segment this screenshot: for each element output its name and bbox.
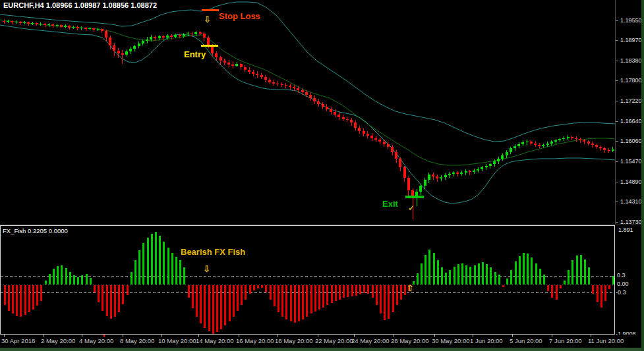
candle-body <box>11 21 13 22</box>
fx-fish-bar <box>86 274 88 284</box>
candle-body <box>72 27 74 28</box>
candle-body <box>309 95 312 98</box>
fx-fish-bar <box>331 285 333 303</box>
fx-fish-bar <box>151 234 153 284</box>
stop-loss-dash[interactable] <box>202 9 219 11</box>
candle-body <box>517 144 520 146</box>
fx-fish-bar <box>498 275 500 284</box>
fx-fish-bar <box>502 285 504 287</box>
fx-fish-bar <box>290 285 292 321</box>
candle-body <box>240 64 243 67</box>
fx-fish-bar <box>580 255 582 284</box>
fx-fish-histogram[interactable] <box>1 226 614 334</box>
fx-fish-bar <box>65 268 67 284</box>
fx-fish-bar <box>90 278 92 284</box>
time-axis-tick <box>552 335 552 337</box>
fx-fish-bar <box>428 250 430 284</box>
candle-body <box>473 171 475 172</box>
candle-body <box>346 119 349 120</box>
price-axis-label: 1.16060 <box>620 138 642 144</box>
candle-body <box>452 173 455 174</box>
fx-fish-bar <box>155 232 157 284</box>
indicator-upper-level-label: 0.3 <box>617 272 626 279</box>
fx-fish-bar <box>49 274 51 284</box>
candle-body <box>374 138 377 140</box>
candle-body <box>84 28 87 30</box>
fx-fish-bar <box>396 285 398 305</box>
candle-body <box>391 147 394 152</box>
candle-body <box>252 72 254 74</box>
candle-body <box>612 149 614 151</box>
bearish-fx-fish-label[interactable]: Bearish FX Fish <box>181 247 245 257</box>
candle-body <box>179 35 181 36</box>
candle-body <box>51 24 54 26</box>
candle-body <box>334 112 336 115</box>
candle-body <box>146 40 148 41</box>
candle-body <box>19 22 22 24</box>
candle-body <box>68 26 71 28</box>
time-axis-tick <box>591 335 591 337</box>
fx-fish-bar <box>400 285 402 300</box>
candle-body <box>199 32 202 34</box>
candle-body <box>554 140 557 142</box>
fx-fish-bar <box>12 285 14 313</box>
fx-fish-bar <box>388 285 390 319</box>
fx-fish-bar <box>486 264 488 284</box>
candle-body <box>370 136 373 138</box>
fx-fish-bar <box>465 265 467 284</box>
time-axis-label: 2 May 20:00 <box>41 337 75 344</box>
fx-fish-bar <box>343 285 345 298</box>
fx-fish-bar <box>441 267 443 284</box>
exit-label[interactable]: Exit <box>382 199 398 209</box>
candle-body <box>88 28 91 30</box>
fx-fish-bar <box>539 269 541 284</box>
fx-fish-bar <box>597 285 599 302</box>
entry-dash[interactable] <box>201 45 218 47</box>
candle-body <box>387 144 390 147</box>
candle-body <box>497 159 500 161</box>
price-axis-label: 1.14310 <box>620 198 642 205</box>
fx-fish-bar <box>45 281 47 284</box>
exit-check-icon[interactable]: ✓ <box>408 203 415 213</box>
candle-body <box>567 137 570 138</box>
fx-fish-bar <box>322 285 324 308</box>
fish-up-arrow-icon[interactable]: ⇧ <box>407 283 414 293</box>
time-axis-tick <box>354 335 355 337</box>
fx-fish-bar <box>576 256 578 284</box>
candle-body <box>227 63 230 65</box>
candle-body <box>44 24 46 26</box>
indicator-axis: 1.891 0.3 0.00 -0.3 -1.9008 <box>615 225 644 335</box>
candle-body <box>530 142 533 144</box>
stop-loss-label[interactable]: Stop Loss <box>219 11 260 21</box>
fx-fish-bar <box>142 243 144 284</box>
fx-fish-bar <box>347 285 349 297</box>
fx-fish-bar <box>179 260 181 284</box>
fx-fish-bar <box>270 285 272 300</box>
candle-body <box>129 49 132 51</box>
bollinger-lower-band <box>0 25 615 203</box>
fx-fish-bar <box>367 285 369 294</box>
candle-body <box>31 23 34 24</box>
fx-fish-bar <box>163 242 165 284</box>
candle-body <box>603 148 606 150</box>
fx-fish-bar <box>437 260 439 284</box>
fx-fish-bar <box>523 253 525 284</box>
fx-fish-bar <box>355 285 357 296</box>
candle-body <box>583 140 585 142</box>
fx-fish-bar <box>515 261 517 284</box>
fx-fish-bar <box>527 254 529 284</box>
fx-fish-bar <box>134 260 136 284</box>
price-axis-label: 1.14890 <box>620 178 642 185</box>
entry-label[interactable]: Entry <box>184 49 206 59</box>
fx-fish-bar <box>81 275 83 284</box>
bearish-arrow-icon[interactable]: ⇩ <box>203 264 210 274</box>
stop-loss-arrow-icon[interactable]: ⇩ <box>204 14 211 24</box>
candle-wick <box>457 171 458 176</box>
candle-body <box>174 35 177 37</box>
fx-fish-bar <box>404 285 406 295</box>
main-price-chart[interactable] <box>0 0 615 225</box>
indicator-zero-label: 0.00 <box>617 281 629 287</box>
exit-dash[interactable] <box>405 196 424 198</box>
candle-body <box>56 25 59 26</box>
candle-body <box>432 175 434 176</box>
